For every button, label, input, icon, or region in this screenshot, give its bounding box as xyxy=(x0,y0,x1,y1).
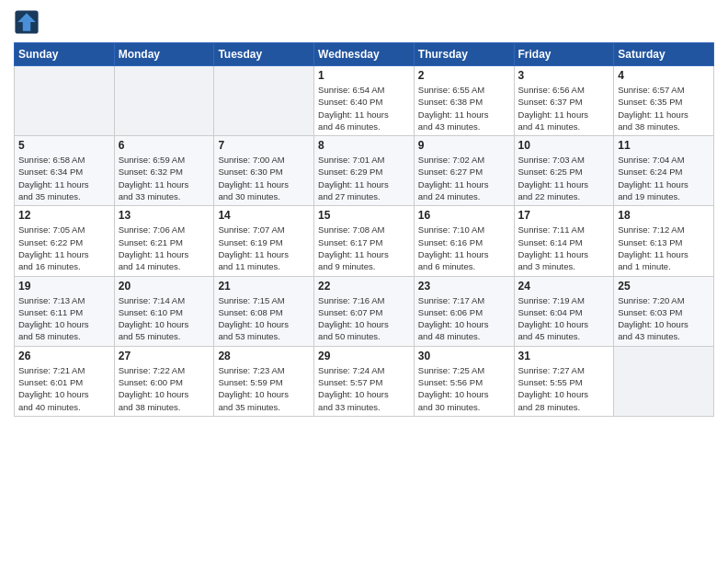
day-info: Sunrise: 7:08 AM Sunset: 6:17 PM Dayligh… xyxy=(318,224,410,272)
day-info: Sunrise: 7:13 AM Sunset: 6:11 PM Dayligh… xyxy=(18,294,110,343)
calendar-cell: 19Sunrise: 7:13 AM Sunset: 6:11 PM Dayli… xyxy=(15,276,115,346)
day-info: Sunrise: 7:23 AM Sunset: 5:59 PM Dayligh… xyxy=(218,364,310,413)
day-number: 28 xyxy=(218,350,310,362)
calendar-cell: 7Sunrise: 7:00 AM Sunset: 6:30 PM Daylig… xyxy=(214,136,314,206)
day-info: Sunrise: 7:11 AM Sunset: 6:14 PM Dayligh… xyxy=(518,224,610,272)
calendar-week-row: 1Sunrise: 6:54 AM Sunset: 6:40 PM Daylig… xyxy=(15,66,714,136)
calendar-cell: 24Sunrise: 7:19 AM Sunset: 6:04 PM Dayli… xyxy=(514,276,614,346)
weekday-header: Wednesday xyxy=(314,43,415,66)
day-info: Sunrise: 6:57 AM Sunset: 6:35 PM Dayligh… xyxy=(618,84,710,132)
calendar-cell: 4Sunrise: 6:57 AM Sunset: 6:35 PM Daylig… xyxy=(614,66,714,136)
day-info: Sunrise: 7:03 AM Sunset: 6:25 PM Dayligh… xyxy=(518,154,610,202)
calendar-cell: 1Sunrise: 6:54 AM Sunset: 6:40 PM Daylig… xyxy=(314,66,415,136)
day-number: 2 xyxy=(418,69,510,82)
day-number: 10 xyxy=(518,139,610,152)
day-number: 20 xyxy=(119,280,210,293)
day-number: 31 xyxy=(518,350,610,362)
calendar-cell: 17Sunrise: 7:11 AM Sunset: 6:14 PM Dayli… xyxy=(514,206,614,276)
header xyxy=(14,9,714,35)
calendar-cell: 27Sunrise: 7:22 AM Sunset: 6:00 PM Dayli… xyxy=(114,346,214,416)
calendar: SundayMondayTuesdayWednesdayThursdayFrid… xyxy=(14,42,714,417)
day-info: Sunrise: 6:55 AM Sunset: 6:38 PM Dayligh… xyxy=(418,84,510,132)
calendar-cell: 23Sunrise: 7:17 AM Sunset: 6:06 PM Dayli… xyxy=(414,276,514,346)
day-info: Sunrise: 7:27 AM Sunset: 5:55 PM Dayligh… xyxy=(518,364,610,413)
day-info: Sunrise: 7:04 AM Sunset: 6:24 PM Dayligh… xyxy=(618,154,710,202)
day-info: Sunrise: 7:07 AM Sunset: 6:19 PM Dayligh… xyxy=(218,224,310,272)
day-number: 30 xyxy=(418,350,510,362)
day-info: Sunrise: 7:24 AM Sunset: 5:57 PM Dayligh… xyxy=(318,364,410,413)
day-number: 1 xyxy=(318,69,410,82)
day-info: Sunrise: 6:58 AM Sunset: 6:34 PM Dayligh… xyxy=(18,154,110,202)
day-info: Sunrise: 7:02 AM Sunset: 6:27 PM Dayligh… xyxy=(418,154,510,202)
calendar-cell: 11Sunrise: 7:04 AM Sunset: 6:24 PM Dayli… xyxy=(614,136,714,206)
day-info: Sunrise: 7:05 AM Sunset: 6:22 PM Dayligh… xyxy=(18,224,110,272)
calendar-cell: 16Sunrise: 7:10 AM Sunset: 6:16 PM Dayli… xyxy=(414,206,514,276)
day-number: 19 xyxy=(18,280,110,293)
weekday-header: Saturday xyxy=(614,43,714,66)
day-number: 27 xyxy=(119,350,210,362)
calendar-cell: 12Sunrise: 7:05 AM Sunset: 6:22 PM Dayli… xyxy=(15,206,115,276)
day-number: 14 xyxy=(218,209,310,222)
day-number: 12 xyxy=(18,209,110,222)
day-info: Sunrise: 7:20 AM Sunset: 6:03 PM Dayligh… xyxy=(618,294,710,343)
calendar-header-row: SundayMondayTuesdayWednesdayThursdayFrid… xyxy=(15,43,714,66)
day-info: Sunrise: 7:22 AM Sunset: 6:00 PM Dayligh… xyxy=(119,364,210,413)
day-number: 7 xyxy=(218,139,310,152)
calendar-cell: 28Sunrise: 7:23 AM Sunset: 5:59 PM Dayli… xyxy=(214,346,314,416)
day-number: 18 xyxy=(618,209,710,222)
day-info: Sunrise: 7:15 AM Sunset: 6:08 PM Dayligh… xyxy=(218,294,310,343)
day-number: 22 xyxy=(318,280,410,293)
page: SundayMondayTuesdayWednesdayThursdayFrid… xyxy=(0,0,728,563)
calendar-cell: 14Sunrise: 7:07 AM Sunset: 6:19 PM Dayli… xyxy=(214,206,314,276)
calendar-cell: 31Sunrise: 7:27 AM Sunset: 5:55 PM Dayli… xyxy=(514,346,614,416)
calendar-cell: 15Sunrise: 7:08 AM Sunset: 6:17 PM Dayli… xyxy=(314,206,415,276)
day-number: 16 xyxy=(418,209,510,222)
day-number: 15 xyxy=(318,209,410,222)
day-number: 21 xyxy=(218,280,310,293)
calendar-cell xyxy=(114,66,214,136)
calendar-cell: 20Sunrise: 7:14 AM Sunset: 6:10 PM Dayli… xyxy=(114,276,214,346)
day-number: 9 xyxy=(418,139,510,152)
weekday-header: Sunday xyxy=(15,43,115,66)
day-number: 13 xyxy=(119,209,210,222)
day-number: 25 xyxy=(618,280,710,293)
day-info: Sunrise: 7:19 AM Sunset: 6:04 PM Dayligh… xyxy=(518,294,610,343)
calendar-week-row: 19Sunrise: 7:13 AM Sunset: 6:11 PM Dayli… xyxy=(15,276,714,346)
calendar-cell: 5Sunrise: 6:58 AM Sunset: 6:34 PM Daylig… xyxy=(15,136,115,206)
calendar-cell: 30Sunrise: 7:25 AM Sunset: 5:56 PM Dayli… xyxy=(414,346,514,416)
calendar-cell: 2Sunrise: 6:55 AM Sunset: 6:38 PM Daylig… xyxy=(414,66,514,136)
logo-icon xyxy=(14,9,40,35)
day-info: Sunrise: 7:14 AM Sunset: 6:10 PM Dayligh… xyxy=(119,294,210,343)
day-info: Sunrise: 7:21 AM Sunset: 6:01 PM Dayligh… xyxy=(18,364,110,413)
calendar-cell: 8Sunrise: 7:01 AM Sunset: 6:29 PM Daylig… xyxy=(314,136,415,206)
weekday-header: Thursday xyxy=(414,43,514,66)
day-number: 3 xyxy=(518,69,610,82)
day-info: Sunrise: 7:01 AM Sunset: 6:29 PM Dayligh… xyxy=(318,154,410,202)
day-number: 17 xyxy=(518,209,610,222)
calendar-cell xyxy=(214,66,314,136)
calendar-week-row: 5Sunrise: 6:58 AM Sunset: 6:34 PM Daylig… xyxy=(15,136,714,206)
day-info: Sunrise: 6:56 AM Sunset: 6:37 PM Dayligh… xyxy=(518,84,610,132)
day-number: 26 xyxy=(18,350,110,362)
day-number: 11 xyxy=(618,139,710,152)
day-number: 24 xyxy=(518,280,610,293)
day-info: Sunrise: 6:54 AM Sunset: 6:40 PM Dayligh… xyxy=(318,84,410,132)
day-info: Sunrise: 6:59 AM Sunset: 6:32 PM Dayligh… xyxy=(119,154,210,202)
calendar-cell: 21Sunrise: 7:15 AM Sunset: 6:08 PM Dayli… xyxy=(214,276,314,346)
calendar-cell: 13Sunrise: 7:06 AM Sunset: 6:21 PM Dayli… xyxy=(114,206,214,276)
day-info: Sunrise: 7:00 AM Sunset: 6:30 PM Dayligh… xyxy=(218,154,310,202)
weekday-header: Monday xyxy=(114,43,214,66)
weekday-header: Friday xyxy=(514,43,614,66)
weekday-header: Tuesday xyxy=(214,43,314,66)
day-number: 23 xyxy=(418,280,510,293)
calendar-cell: 25Sunrise: 7:20 AM Sunset: 6:03 PM Dayli… xyxy=(614,276,714,346)
day-number: 6 xyxy=(119,139,210,152)
day-info: Sunrise: 7:12 AM Sunset: 6:13 PM Dayligh… xyxy=(618,224,710,272)
calendar-week-row: 26Sunrise: 7:21 AM Sunset: 6:01 PM Dayli… xyxy=(15,346,714,416)
calendar-week-row: 12Sunrise: 7:05 AM Sunset: 6:22 PM Dayli… xyxy=(15,206,714,276)
day-info: Sunrise: 7:25 AM Sunset: 5:56 PM Dayligh… xyxy=(418,364,510,413)
day-number: 8 xyxy=(318,139,410,152)
calendar-cell: 9Sunrise: 7:02 AM Sunset: 6:27 PM Daylig… xyxy=(414,136,514,206)
calendar-cell: 6Sunrise: 6:59 AM Sunset: 6:32 PM Daylig… xyxy=(114,136,214,206)
calendar-cell: 22Sunrise: 7:16 AM Sunset: 6:07 PM Dayli… xyxy=(314,276,415,346)
